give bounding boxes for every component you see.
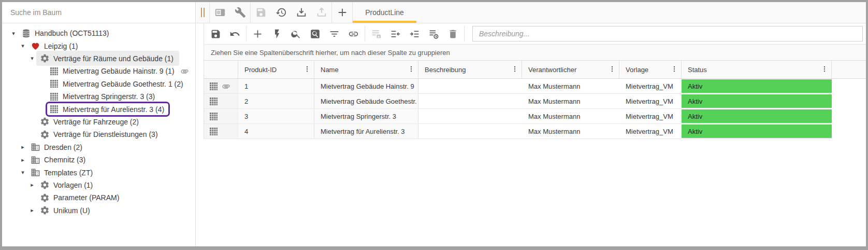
- tree-expand-arrow[interactable]: ▸: [28, 182, 36, 188]
- row-icon-cell[interactable]: [204, 109, 238, 123]
- cell-produkt-id[interactable]: 2: [238, 94, 314, 108]
- row-icon-cell[interactable]: [204, 94, 238, 108]
- cell-beschreibung[interactable]: [418, 124, 522, 138]
- panel-resize-handle[interactable]: [196, 2, 209, 23]
- add-row-button[interactable]: [248, 25, 267, 43]
- tree-item[interactable]: ▸ Dresden (2): [2, 141, 195, 154]
- tree-item[interactable]: ▾ Verträge für Räume und Gebäude (1): [2, 52, 195, 65]
- tree-item[interactable]: ▾ Templates (ZT): [2, 166, 195, 178]
- cell-beschreibung[interactable]: [418, 94, 522, 108]
- tree-expand-arrow[interactable]: ▸: [19, 144, 27, 150]
- vertical-dots-icon: [671, 65, 678, 73]
- tree-item[interactable]: Mietvertrag Springerstr. 3 (3): [2, 90, 195, 103]
- save-all-button[interactable]: [251, 2, 271, 23]
- row-icon-cell[interactable]: [204, 124, 238, 138]
- search-in-data-button[interactable]: [306, 25, 325, 43]
- restore-button[interactable]: [271, 2, 291, 23]
- table-row[interactable]: 4Mietvertrag für Aurelienstr. 3Max Muste…: [204, 124, 832, 139]
- tree-item[interactable]: Verträge für Fahrzeuge (2): [2, 116, 195, 128]
- filter-button[interactable]: [325, 25, 344, 43]
- tree-expand-arrow[interactable]: ▾: [19, 169, 27, 176]
- link-button[interactable]: [344, 25, 363, 43]
- group-by-bar[interactable]: Ziehen Sie eine Spaltenüberschrift hierh…: [204, 45, 866, 61]
- column-menu-button[interactable]: [609, 65, 616, 74]
- grid-icon: [209, 127, 219, 136]
- quick-action-button[interactable]: [267, 25, 286, 43]
- tree-item[interactable]: Mietvertrag Gebäude Hainstr. 9 (1): [2, 65, 195, 77]
- cell-beschreibung[interactable]: [418, 109, 522, 123]
- collapse-rows-button[interactable]: [386, 25, 405, 43]
- tree-search-input[interactable]: [2, 8, 195, 17]
- delete-button[interactable]: [443, 25, 462, 43]
- cell-status[interactable]: Aktiv: [682, 94, 832, 108]
- undo-button[interactable]: [225, 25, 244, 43]
- header-cell-produkt-id[interactable]: Produkt-ID: [238, 61, 314, 78]
- cell-verantwortlicher[interactable]: Max Mustermann: [522, 124, 619, 138]
- add-tab-button[interactable]: [332, 2, 352, 23]
- settings-wrench-button[interactable]: [230, 2, 250, 23]
- cell-produkt-id[interactable]: 3: [238, 109, 314, 123]
- search-button[interactable]: [286, 25, 306, 43]
- expand-rows-button[interactable]: [405, 25, 424, 43]
- cell-name[interactable]: Mietvertrag für Aurelienstr. 3: [314, 124, 418, 138]
- tree-item[interactable]: Parameter (PARAM): [2, 191, 195, 204]
- cell-vorlage[interactable]: Mietvertrag_VM: [619, 109, 682, 123]
- tree-expand-arrow[interactable]: ▸: [28, 207, 36, 214]
- cell-name[interactable]: Mietvertrag Springerstr. 3: [314, 109, 418, 123]
- vertical-dots-icon: [821, 65, 828, 73]
- cell-beschreibung[interactable]: [418, 79, 522, 93]
- table-row[interactable]: 2Mietvertrag Gebäude Goethestr. 1Max Mus…: [204, 94, 832, 109]
- import-button[interactable]: [291, 2, 311, 23]
- row-icon-cell[interactable]: [204, 79, 238, 93]
- header-cell-beschreibung[interactable]: Beschreibung: [418, 61, 522, 78]
- toggle-panel-button[interactable]: [210, 2, 230, 23]
- tree-item[interactable]: ▸ Vorlagen (1): [2, 179, 195, 191]
- header-cell-verantwortlicher[interactable]: Verantwortlicher: [522, 61, 619, 78]
- grid-icon: [209, 112, 219, 121]
- tree-item[interactable]: Verträge für Dienstleistungen (3): [2, 128, 195, 141]
- export-button[interactable]: [311, 2, 331, 23]
- description-input[interactable]: [472, 26, 863, 41]
- tab-productline[interactable]: ProductLine: [352, 2, 416, 23]
- column-menu-button[interactable]: [511, 65, 518, 74]
- tree-expand-arrow[interactable]: ▾: [28, 55, 36, 62]
- tree-item[interactable]: ▾ Handbuch (OCT51113): [2, 27, 195, 39]
- cell-status[interactable]: Aktiv: [682, 79, 832, 93]
- tree-expand-arrow[interactable]: ▾: [19, 43, 27, 49]
- cell-verantwortlicher[interactable]: Max Mustermann: [522, 94, 619, 108]
- vertical-dots-icon: [609, 65, 616, 73]
- tree-item[interactable]: ▾ Leipzig (1): [2, 39, 195, 52]
- tree-item[interactable]: Mietvertrag Gebäude Goethestr. 1 (2): [2, 78, 195, 90]
- row-history-button[interactable]: [424, 25, 443, 43]
- cell-vorlage[interactable]: Mietvertrag_VM: [619, 94, 682, 108]
- cell-status[interactable]: Aktiv: [682, 109, 832, 123]
- cell-produkt-id[interactable]: 1: [238, 79, 314, 93]
- table-row[interactable]: 3Mietvertrag Springerstr. 3Max Musterman…: [204, 109, 832, 124]
- save-button[interactable]: [206, 25, 225, 43]
- table-row[interactable]: 1Mietvertrag Gebäude Hainstr. 9Max Muste…: [204, 79, 832, 94]
- column-menu-button[interactable]: [303, 65, 311, 74]
- header-cell-name[interactable]: Name: [314, 61, 418, 78]
- column-menu-button[interactable]: [408, 65, 415, 74]
- cell-status[interactable]: Aktiv: [682, 124, 832, 138]
- cell-vorlage[interactable]: Mietvertrag_VM: [619, 79, 682, 93]
- cell-produkt-id[interactable]: 4: [238, 124, 314, 138]
- tree-expand-arrow[interactable]: ▾: [9, 30, 18, 37]
- header-cell-vorlage[interactable]: Vorlage: [619, 61, 682, 78]
- tree-item[interactable]: ▸ Unikum (U): [2, 204, 195, 216]
- vertical-dots-icon: [511, 65, 518, 73]
- cell-verantwortlicher[interactable]: Max Mustermann: [522, 79, 619, 93]
- plus-icon: [252, 29, 263, 39]
- column-menu-button[interactable]: [821, 65, 828, 74]
- header-cell-status[interactable]: Status: [682, 61, 832, 78]
- cell-name[interactable]: Mietvertrag Gebäude Goethestr. 1: [314, 94, 418, 108]
- filter-icon: [329, 29, 340, 39]
- cell-vorlage[interactable]: Mietvertrag_VM: [619, 124, 682, 138]
- save-rows-button[interactable]: [367, 25, 386, 43]
- tree-expand-arrow[interactable]: ▸: [19, 157, 27, 163]
- column-menu-button[interactable]: [671, 65, 678, 74]
- tree-item[interactable]: ▸ Chemnitz (3): [2, 154, 195, 166]
- cell-verantwortlicher[interactable]: Max Mustermann: [522, 109, 619, 123]
- tree-item[interactable]: Mietvertrag für Aurelienstr. 3 (4): [2, 103, 195, 115]
- cell-name[interactable]: Mietvertrag Gebäude Hainstr. 9: [314, 79, 418, 93]
